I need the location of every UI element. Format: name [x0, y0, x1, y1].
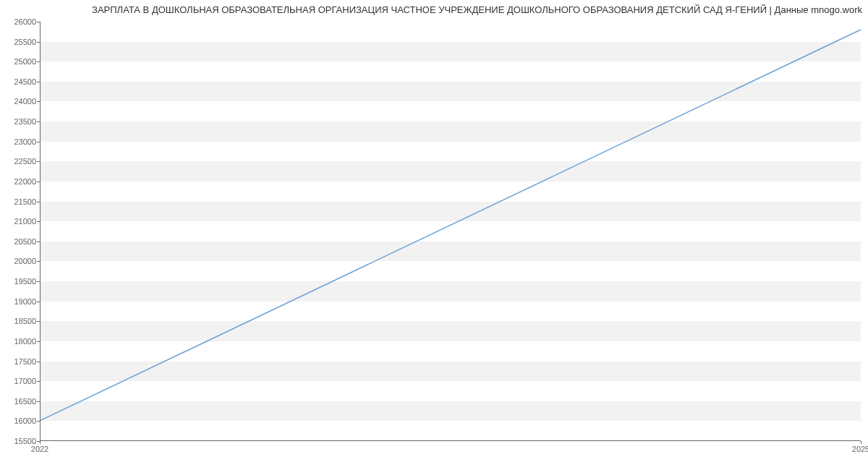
y-tick-label: 24000: [0, 97, 36, 106]
y-tick-label: 21000: [0, 217, 36, 226]
y-tick-label: 24500: [0, 77, 36, 86]
y-tick-mark: [37, 362, 40, 362]
chart-title: ЗАРПЛАТА В ДОШКОЛЬНАЯ ОБРАЗОВАТЕЛЬНАЯ ОР…: [92, 4, 862, 15]
y-tick-label: 22000: [0, 177, 36, 186]
y-tick-mark: [37, 202, 40, 202]
y-tick-mark: [37, 22, 40, 22]
y-tick-mark: [37, 302, 40, 302]
y-tick-label: 23500: [0, 117, 36, 126]
y-tick-label: 16000: [0, 416, 36, 425]
y-tick-mark: [37, 221, 40, 222]
y-tick-label: 23000: [0, 137, 36, 146]
y-tick-label: 20500: [0, 237, 36, 246]
y-tick-mark: [37, 281, 40, 282]
y-tick-mark: [37, 242, 40, 242]
plot-area: [40, 22, 861, 441]
y-tick-label: 18500: [0, 317, 36, 325]
chart-container: 1550016000165001700017500180001850019000…: [40, 22, 861, 441]
x-tick-label: 2025: [852, 445, 868, 453]
y-tick-mark: [37, 381, 40, 382]
y-tick-mark: [37, 42, 40, 43]
y-tick-mark: [37, 101, 40, 102]
line-series: [41, 22, 861, 440]
y-tick-label: 17500: [0, 357, 36, 366]
y-tick-mark: [37, 82, 40, 82]
y-tick-mark: [37, 181, 40, 182]
y-tick-mark: [37, 341, 40, 342]
y-tick-mark: [37, 321, 40, 322]
y-tick-label: 26000: [0, 17, 36, 26]
y-tick-label: 19000: [0, 297, 36, 306]
y-tick-label: 16500: [0, 397, 36, 406]
y-tick-mark: [37, 421, 40, 422]
y-tick-label: 25000: [0, 57, 36, 66]
y-tick-label: 17000: [0, 377, 36, 385]
x-tick-label: 2022: [31, 445, 48, 453]
y-tick-label: 19500: [0, 277, 36, 286]
y-tick-mark: [37, 142, 40, 142]
y-tick-mark: [37, 161, 40, 162]
y-tick-mark: [37, 261, 40, 262]
y-tick-label: 22500: [0, 157, 36, 166]
y-tick-mark: [37, 61, 40, 62]
y-tick-label: 21500: [0, 197, 36, 206]
y-tick-mark: [37, 121, 40, 122]
x-tick-mark: [40, 441, 41, 444]
data-line: [41, 30, 861, 420]
y-tick-label: 25500: [0, 38, 36, 46]
x-tick-mark: [861, 441, 861, 444]
y-tick-label: 18000: [0, 337, 36, 346]
y-tick-mark: [37, 401, 40, 402]
y-tick-label: 20000: [0, 257, 36, 265]
